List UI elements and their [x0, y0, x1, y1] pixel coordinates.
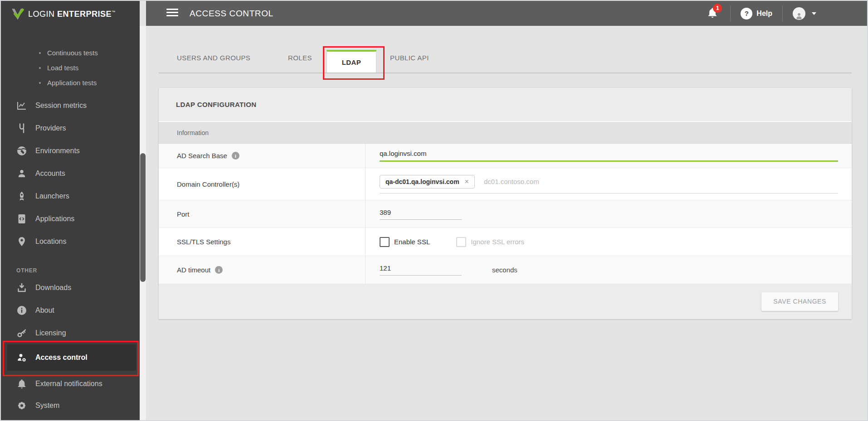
location-pin-icon: [16, 236, 27, 247]
row-ad-search-base: AD Search Base i: [159, 144, 852, 168]
port-input[interactable]: [380, 208, 462, 220]
sidebar-item-application-tests[interactable]: Application tests: [1, 75, 140, 90]
globe-icon: [16, 145, 27, 156]
field-label: Port: [177, 210, 190, 218]
card-footer: SAVE CHANGES: [159, 284, 852, 319]
bullet-icon: [39, 52, 41, 54]
row-domain-controllers: Domain Controller(s) qa-dc01.qa.loginvsi…: [159, 168, 852, 200]
sidebar-item-locations[interactable]: Locations: [1, 230, 140, 253]
sidebar-item-environments[interactable]: Environments: [1, 140, 140, 162]
tab-roles[interactable]: ROLES: [288, 43, 312, 73]
field-label: AD Search Base: [177, 152, 227, 160]
bell-icon: [16, 378, 27, 389]
ad-search-base-input[interactable]: [380, 150, 838, 162]
plug-icon: [16, 123, 27, 134]
sidebar-item-accounts[interactable]: Accounts: [1, 162, 140, 185]
gear-icon: [16, 400, 27, 411]
menu-icon[interactable]: [166, 9, 178, 18]
domain-controllers-field: qa-dc01.qa.loginvsi.com ×: [380, 175, 838, 194]
user-menu[interactable]: [793, 7, 816, 20]
topbar: ACCESS CONTROL 1 ? Help: [146, 1, 867, 26]
brand-check-icon: [11, 7, 24, 21]
domain-controller-chip: qa-dc01.qa.loginvsi.com ×: [380, 175, 475, 189]
sidebar-item-session-metrics[interactable]: Session metrics: [1, 94, 140, 117]
main-content: USERS AND GROUPS ROLES LDAP PUBLIC API L…: [146, 26, 867, 420]
sidebar-item-downloads[interactable]: Downloads: [1, 276, 140, 299]
help-button[interactable]: ? Help: [741, 8, 772, 19]
sidebar-item-applications[interactable]: Applications: [1, 208, 140, 230]
row-ssl-tls: SSL/TLS Settings Enable SSL Ignore SSL e…: [159, 228, 852, 256]
ignore-ssl-errors-label: Ignore SSL errors: [471, 238, 524, 246]
sidebar-item-load-tests[interactable]: Load tests: [1, 60, 140, 75]
info-icon[interactable]: i: [215, 266, 223, 274]
field-label: SSL/TLS Settings: [177, 238, 230, 246]
field-label: Domain Controller(s): [177, 180, 239, 188]
field-label: AD timeout: [177, 266, 210, 274]
sidebar-item-about[interactable]: About: [1, 299, 140, 322]
question-icon: ?: [741, 8, 752, 19]
key-icon: [16, 328, 27, 339]
save-changes-button[interactable]: SAVE CHANGES: [761, 292, 838, 311]
sidebar-item-providers[interactable]: Providers: [1, 117, 140, 140]
bullet-icon: [39, 67, 41, 69]
brand-name: LOGIN ENTERPRISE™: [28, 10, 116, 19]
tab-ldap[interactable]: LDAP: [327, 50, 376, 73]
enable-ssl-label: Enable SSL: [394, 238, 430, 246]
card-title: LDAP CONFIGURATION: [176, 101, 256, 108]
rocket-icon: [16, 191, 27, 202]
avatar: [793, 7, 805, 20]
tab-public-api[interactable]: PUBLIC API: [390, 43, 429, 73]
card-header: LDAP CONFIGURATION: [159, 88, 852, 122]
sidebar-section-other: OTHER: [16, 267, 37, 274]
tab-bar: USERS AND GROUPS ROLES LDAP PUBLIC API: [159, 43, 852, 73]
bullet-icon: [39, 82, 41, 84]
sidebar-item-access-control[interactable]: Access control: [7, 344, 136, 371]
notifications-button[interactable]: 1: [707, 7, 720, 20]
download-icon: [16, 282, 27, 293]
tab-users-and-groups[interactable]: USERS AND GROUPS: [177, 43, 250, 73]
sidebar: LOGIN ENTERPRISE™ Continuous tests Load …: [1, 1, 140, 420]
ldap-configuration-card: LDAP CONFIGURATION Information AD Search…: [159, 88, 852, 319]
chevron-down-icon: [812, 12, 816, 15]
app-window: LOGIN ENTERPRISE™ Continuous tests Load …: [0, 0, 868, 421]
user-gear-icon: [16, 352, 27, 363]
ad-timeout-suffix: seconds: [492, 266, 517, 274]
row-ad-timeout: AD timeout i seconds: [159, 256, 852, 284]
brand-logo[interactable]: LOGIN ENTERPRISE™: [11, 7, 116, 21]
information-section-header: Information: [159, 122, 852, 144]
ignore-ssl-errors-checkbox[interactable]: [456, 237, 466, 247]
sidebar-item-launchers[interactable]: Launchers: [1, 185, 140, 208]
page-title: ACCESS CONTROL: [190, 9, 273, 19]
chip-remove-icon[interactable]: ×: [465, 178, 469, 185]
person-icon: [795, 12, 803, 20]
domain-controller-input[interactable]: [484, 178, 838, 185]
row-port: Port: [159, 200, 852, 228]
divider: [782, 6, 783, 21]
chart-icon: [16, 100, 27, 111]
person-icon: [16, 168, 27, 179]
sidebar-scrollbar-thumb[interactable]: [140, 153, 146, 282]
sidebar-scrollbar[interactable]: [140, 26, 146, 420]
info-icon[interactable]: i: [232, 152, 239, 160]
sidebar-item-continuous-tests[interactable]: Continuous tests: [1, 45, 140, 60]
enable-ssl-checkbox[interactable]: [380, 237, 390, 247]
sidebar-item-external-notifications[interactable]: External notifications: [1, 373, 140, 395]
ad-timeout-input[interactable]: [380, 264, 462, 276]
sidebar-item-system[interactable]: System: [1, 394, 140, 417]
info-icon: [16, 305, 27, 316]
notification-badge: 1: [713, 4, 722, 13]
sidebar-item-licensing[interactable]: Licensing: [1, 322, 140, 344]
divider: [730, 6, 731, 21]
code-file-icon: [16, 213, 27, 224]
